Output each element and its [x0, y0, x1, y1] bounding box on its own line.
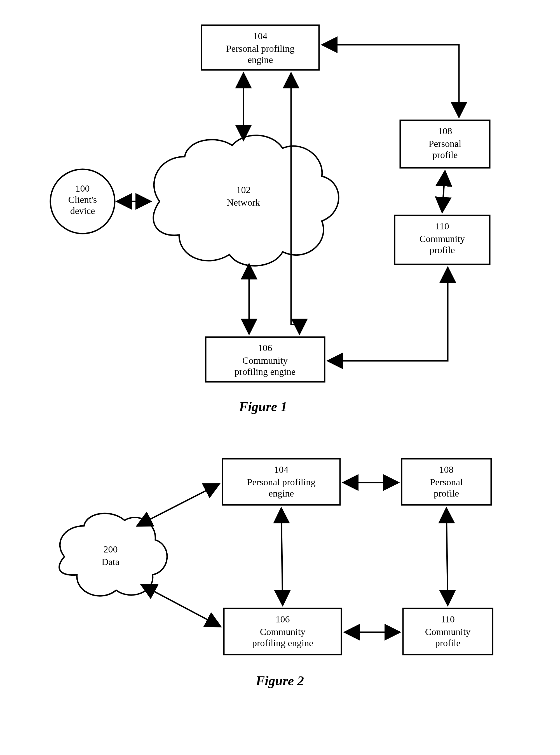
cp2-line1: Community — [425, 627, 471, 637]
cpe-num: 106 — [258, 343, 272, 353]
cp-line2: profile — [429, 245, 455, 255]
arrow-pp-cp2 — [446, 508, 448, 605]
client-line1: Client's — [68, 195, 97, 205]
ppe2-line2: engine — [269, 488, 294, 498]
node-cpe2: 106 Community profiling engine — [224, 608, 341, 655]
cpe-line2: profiling engine — [235, 366, 296, 377]
arrow-data-cpe — [141, 585, 221, 627]
node-cp2: 110 Community profile — [403, 608, 493, 655]
client-line2: device — [70, 206, 95, 216]
node-data: 200 Data — [59, 513, 167, 596]
client-num: 100 — [76, 183, 90, 193]
ppe-line1: Personal profiling — [226, 43, 295, 54]
figure1-label: Figure 1 — [239, 399, 287, 414]
ppe-num: 104 — [253, 31, 267, 41]
ppe2-line1: Personal profiling — [247, 477, 316, 487]
ppe-line2: engine — [248, 55, 273, 65]
pp2-line1: Personal — [430, 477, 463, 487]
figure2-label: Figure 2 — [256, 673, 304, 688]
cp-num: 110 — [435, 221, 449, 231]
cp-line1: Community — [420, 233, 465, 244]
cp2-num: 110 — [441, 614, 455, 624]
diagram-canvas: 104 Personal profiling engine 108 Person… — [0, 0, 560, 755]
arrow-pp-cp — [442, 171, 445, 212]
node-pp: 108 Personal profile — [400, 120, 490, 168]
node-cpe: 106 Community profiling engine — [206, 337, 325, 382]
network-num: 102 — [237, 185, 251, 195]
arrow-ppe-pp-elbow — [322, 45, 459, 117]
pp-num: 108 — [438, 126, 452, 136]
node-ppe2: 104 Personal profiling engine — [222, 459, 340, 505]
cp2-line2: profile — [435, 638, 461, 648]
ppe2-num: 104 — [274, 464, 288, 475]
node-pp2: 108 Personal profile — [402, 459, 491, 505]
cpe2-num: 106 — [276, 614, 290, 624]
cpe2-line1: Community — [260, 627, 305, 637]
cpe2-line2: profiling engine — [252, 638, 313, 648]
data-num: 200 — [103, 544, 118, 554]
arrow-ppe-cpe2 — [281, 508, 283, 605]
node-client: 100 Client's device — [51, 169, 115, 233]
node-ppe: 104 Personal profiling engine — [201, 25, 319, 70]
figure2: 200 Data 104 Personal profiling engine 1… — [59, 459, 493, 688]
data-line1: Data — [102, 557, 120, 567]
pp-line1: Personal — [428, 139, 461, 149]
pp2-num: 108 — [439, 464, 454, 475]
figure1: 104 Personal profiling engine 108 Person… — [51, 25, 490, 414]
node-network: 102 Network — [153, 136, 339, 266]
arrow-cp-cpe-elbow — [328, 268, 448, 361]
cpe-line1: Community — [242, 355, 288, 366]
node-cp: 110 Community profile — [395, 216, 490, 264]
pp-line2: profile — [433, 150, 458, 160]
pp2-line2: profile — [434, 488, 459, 498]
network-line1: Network — [227, 197, 260, 208]
arrow-data-ppe — [137, 484, 219, 526]
